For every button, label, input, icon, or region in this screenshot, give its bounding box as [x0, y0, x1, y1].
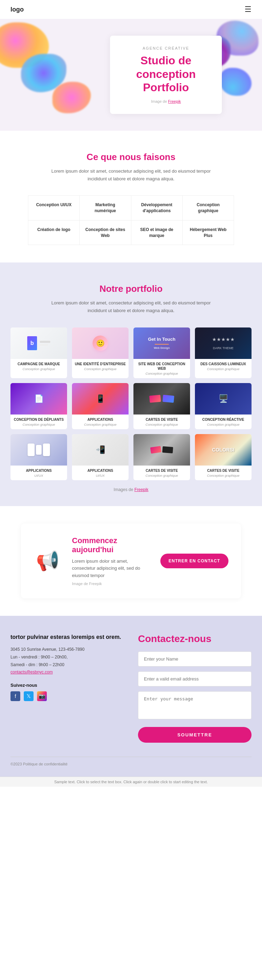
portfolio-title: Notre portfolio — [11, 283, 251, 294]
address-line1: 3045 10 Sunrise Avenue, 123-456-7890 — [11, 646, 124, 654]
portfolio-item-4[interactable]: 📄 CONCEPTION DE DÉPLIANTS Conception gra… — [11, 383, 67, 429]
portfolio-title-9: APPLICATIONS — [72, 466, 129, 474]
portfolio-title-2: SITE WEB DE CONCEPTION WEB — [133, 359, 190, 372]
portfolio-title-1: UNE IDENTITÉ D'ENTREPRISE — [72, 359, 129, 367]
portfolio-cat-10: Conception graphique — [133, 474, 190, 480]
portfolio-cat-2: Conception graphique — [133, 372, 190, 378]
footer-company-title: tortor pulvinar esteras loremips est ore… — [11, 633, 124, 641]
name-input[interactable] — [138, 651, 251, 667]
portfolio-credit-text: Images de — [114, 487, 134, 492]
instagram-icon[interactable]: 📷 — [37, 691, 47, 701]
service-item-0: Conception UI/UX — [28, 196, 79, 221]
sample-text: Sample text. Click to select the text bo… — [54, 780, 208, 784]
portfolio-cat-6: Conception graphique — [133, 423, 190, 429]
message-input[interactable] — [138, 691, 251, 719]
portfolio-item-0[interactable]: b CAMPAGNE DE MARQUE Conception graphiqu… — [11, 328, 67, 378]
hero-credit-text: Image de — [151, 99, 168, 103]
service-item-1: Marketing numérique — [79, 196, 131, 221]
copyright: ©2023 Politique de confidentialité — [11, 762, 67, 766]
footer-top: tortor pulvinar esteras loremips est ore… — [11, 633, 251, 743]
portfolio-title-5: APPLICATIONS — [72, 415, 129, 423]
services-title: Ce que nous faisons — [28, 152, 234, 162]
services-description: Lorem ipsum dolor sit amet, consectetur … — [44, 167, 218, 183]
services-grid: Conception UI/UXMarketing numériqueDével… — [28, 196, 234, 245]
megaphone-icon: 📢 — [36, 550, 59, 571]
portfolio-title-3: DES CAISSONS LUMINEUX — [195, 359, 251, 367]
hero-credit: Image de Freepik — [124, 99, 208, 103]
portfolio-cat-9: UI/UX — [72, 474, 129, 480]
hamburger-menu-icon[interactable]: ☰ — [245, 5, 251, 14]
portfolio-item-9[interactable]: 📲 APPLICATIONS UI/UX — [72, 434, 129, 480]
portfolio-item-7[interactable]: 🖥️ CONCEPTION RÉACTIVE Conception graphi… — [195, 383, 251, 429]
hero-subtitle: AGENCE CRÉATIVE — [124, 46, 208, 50]
hero-card: AGENCE CRÉATIVE Studio de conception Por… — [110, 36, 222, 114]
portfolio-title-11: CARTES DE VISITE — [195, 466, 251, 474]
address-line2: Lun - vendredi : 9h00 – 20h00, — [11, 654, 124, 661]
email-input[interactable] — [138, 671, 251, 686]
portfolio-credit: Images de Freepik — [11, 487, 251, 492]
portfolio-section: Notre portfolio Lorem ipsum dolor sit am… — [0, 262, 262, 506]
portfolio-cat-1: Conception graphique — [72, 367, 129, 374]
facebook-icon[interactable]: f — [11, 691, 20, 701]
cta-description: Lorem ipsum dolor sit amet, consectetur … — [72, 558, 150, 579]
portfolio-cat-3: Conception graphique — [195, 367, 251, 374]
sample-text-bar: Sample text. Click to select the text bo… — [0, 776, 262, 787]
footer-bottom: ©2023 Politique de confidentialité — [11, 757, 251, 766]
portfolio-credit-link[interactable]: Freepik — [135, 487, 148, 492]
cta-button[interactable]: ENTRER EN CONTACT — [160, 554, 229, 568]
blob-5 — [220, 68, 251, 96]
portfolio-cat-5: Conception graphique — [72, 423, 129, 429]
portfolio-item-10[interactable]: CARTES DE VISITE Conception graphique — [133, 434, 190, 480]
portfolio-title-4: CONCEPTION DE DÉPLIANTS — [11, 415, 67, 423]
address-line3: Samedi - dim : 9h00 – 22h00 — [11, 661, 124, 669]
contact-title: Contactez-nous — [138, 633, 251, 644]
blob-2 — [21, 54, 67, 92]
footer-follow-label: Suivez-nous — [11, 682, 124, 688]
footer-socials: f 𝕏 📷 — [11, 691, 124, 701]
twitter-icon[interactable]: 𝕏 — [24, 691, 33, 701]
navbar: logo ☰ — [0, 0, 262, 19]
blob-1 — [0, 22, 49, 68]
service-item-3: Conception graphique — [183, 196, 234, 221]
portfolio-item-8[interactable]: APPLICATIONS UI/UX — [11, 434, 67, 480]
portfolio-description: Lorem ipsum dolor sit amet, consectetur … — [44, 299, 218, 315]
footer-left: tortor pulvinar esteras loremips est ore… — [11, 633, 124, 743]
portfolio-item-5[interactable]: 📱 APPLICATIONS Conception graphique — [72, 383, 129, 429]
portfolio-item-3[interactable]: ★★★★★ DARK THEME DES CAISSONS LUMINEUX C… — [195, 328, 251, 378]
cta-credit: Image de Freepik — [72, 582, 150, 586]
service-item-4: Création de logo — [28, 221, 79, 245]
blob-3 — [217, 21, 259, 56]
cta-icon: 📢 — [33, 550, 62, 572]
portfolio-cat-0: Conception graphique — [11, 367, 67, 374]
portfolio-cat-4: Conception graphique — [11, 423, 67, 429]
cta-content: Commencez aujourd'hui Lorem ipsum dolor … — [72, 536, 150, 586]
hero-section: AGENCE CRÉATIVE Studio de conception Por… — [0, 19, 262, 131]
blob-6 — [52, 82, 91, 113]
services-section: Ce que nous faisons Lorem ipsum dolor si… — [0, 131, 262, 262]
portfolio-cat-7: Conception graphique — [195, 423, 251, 429]
portfolio-cat-8: UI/UX — [11, 474, 67, 480]
hero-title: Studio de conception Portfolio — [124, 54, 208, 94]
service-item-5: Conception de sites Web — [79, 221, 131, 245]
service-item-7: Hébergement Web Plus — [183, 221, 234, 245]
submit-button[interactable]: SOUMETTRE — [138, 727, 251, 743]
portfolio-title-10: CARTES DE VISITE — [133, 466, 190, 474]
hero-credit-link[interactable]: Freepik — [168, 99, 181, 103]
portfolio-item-1[interactable]: 🙂 UNE IDENTITÉ D'ENTREPRISE Conception g… — [72, 328, 129, 378]
portfolio-title-0: CAMPAGNE DE MARQUE — [11, 359, 67, 367]
portfolio-item-11[interactable]: COLORSI CARTES DE VISITE Conception grap… — [195, 434, 251, 480]
portfolio-title-6: CARTES DE VISITE — [133, 415, 190, 423]
service-item-6: SEO et image de marque — [131, 221, 183, 245]
portfolio-title-7: CONCEPTION RÉACTIVE — [195, 415, 251, 423]
cta-section: 📢 Commencez aujourd'hui Lorem ipsum dolo… — [21, 523, 241, 598]
cta-wrapper: 📢 Commencez aujourd'hui Lorem ipsum dolo… — [0, 506, 262, 616]
portfolio-item-6[interactable]: CARTES DE VISITE Conception graphique — [133, 383, 190, 429]
service-item-2: Développement d'applications — [131, 196, 183, 221]
footer-right: Contactez-nous SOUMETTRE — [138, 633, 251, 743]
footer: tortor pulvinar esteras loremips est ore… — [0, 616, 262, 776]
portfolio-grid: b CAMPAGNE DE MARQUE Conception graphiqu… — [11, 328, 251, 480]
cta-title: Commencez aujourd'hui — [72, 536, 150, 554]
footer-email[interactable]: contacts@esbnyc.com — [11, 670, 53, 675]
portfolio-item-2[interactable]: Get In Touch Web Design SITE WEB DE CONC… — [133, 328, 190, 378]
footer-address: 3045 10 Sunrise Avenue, 123-456-7890 Lun… — [11, 646, 124, 676]
